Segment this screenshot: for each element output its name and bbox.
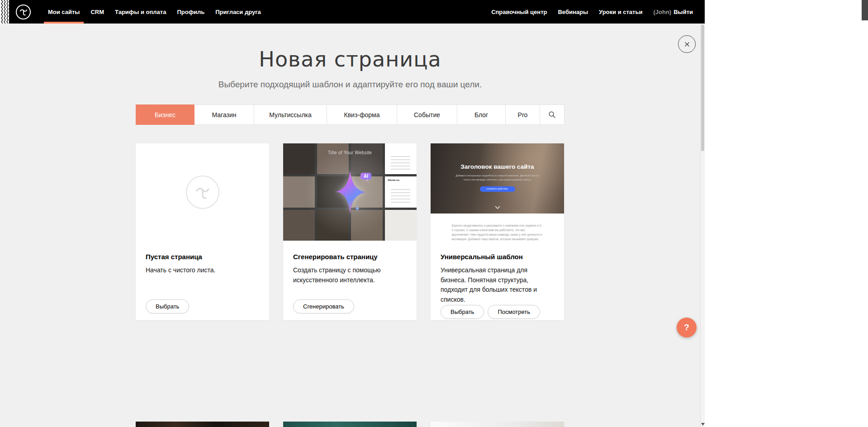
template-grid: Пустая страница Начать с чистого листа. … (136, 143, 564, 320)
tab-multilink[interactable]: Мультиссылка (254, 105, 327, 124)
window-scrollbar-thumb[interactable] (862, 0, 868, 20)
logout-link[interactable]: (John) Выйти (648, 0, 698, 24)
nav-webinars[interactable]: Вебинары (552, 0, 593, 24)
scrollbar-down-arrow-icon[interactable] (701, 423, 705, 426)
logout-label: Выйти (674, 9, 693, 15)
nav-my-sites[interactable]: Мои сайты (43, 0, 85, 24)
tab-pro[interactable]: Pro (506, 105, 540, 124)
card-description: Создать страницу с помощью искусственног… (293, 266, 407, 285)
close-icon (684, 41, 690, 47)
blank-preview (136, 143, 269, 241)
ai-sparkle-icon (283, 143, 417, 241)
template-card-partial-teal[interactable] (283, 422, 417, 427)
select-blank-button[interactable]: Выбрать (146, 299, 189, 313)
nav-tariffs[interactable]: Тарифы и оплата (109, 0, 171, 24)
new-page-dialog: Новая страница Выберите подходящий шабло… (0, 24, 700, 427)
preview-hero: Заголовок вашего сайта Добавьте интересн… (431, 143, 564, 214)
page-scrollbar[interactable] (700, 24, 705, 427)
template-card-partial-dark[interactable] (136, 422, 269, 427)
scrollbar-thumb[interactable] (701, 24, 704, 151)
user-name: (John) (653, 9, 671, 15)
template-card-ai-generate[interactable]: About us Title of Your Website (283, 143, 417, 320)
tab-quiz-form[interactable]: Квиз-форма (327, 105, 397, 124)
tab-business[interactable]: Бизнес (136, 104, 194, 125)
tilda-logo-icon[interactable] (16, 5, 31, 19)
card-description: Начать с чистого листа. (146, 266, 259, 275)
close-button[interactable] (678, 35, 696, 53)
nav-crm[interactable]: CRM (85, 0, 109, 24)
preview-hero-subtitle: Добавьте интересные подробности о вашей … (455, 174, 541, 182)
ai-badge: AI (360, 173, 371, 180)
generate-button[interactable]: Сгенерировать (293, 299, 354, 313)
view-universal-button[interactable]: Посмотреть (488, 305, 540, 319)
zigzag-decoration (0, 0, 9, 24)
tilda-app-window: Мои сайты CRM Тарифы и оплата Профиль Пр… (0, 0, 705, 427)
template-grid-row2 (136, 422, 564, 427)
tab-event[interactable]: Событие (397, 105, 457, 124)
template-category-tabs: Бизнес Магазин Мультиссылка Квиз-форма С… (136, 104, 564, 125)
nav-profile[interactable]: Профиль (171, 0, 210, 24)
nav-webinars-label: Вебинары (558, 9, 588, 15)
nav-my-sites-label: Мои сайты (48, 9, 80, 15)
top-navbar: Мои сайты CRM Тарифы и оплата Профиль Пр… (0, 0, 705, 24)
preview-paragraph: Коротко представьтесь и расскажите о ком… (452, 223, 543, 241)
secondary-navigation: Справочный центр Вебинары Уроки и статьи… (486, 0, 698, 24)
primary-navigation: Мои сайты CRM Тарифы и оплата Профиль Пр… (43, 0, 266, 24)
tab-search[interactable] (540, 105, 564, 124)
tab-blog[interactable]: Блог (457, 105, 506, 124)
preview-text-section: Коротко представьтесь и расскажите о ком… (431, 214, 564, 241)
template-card-partial-light[interactable] (431, 422, 564, 427)
nav-profile-label: Профиль (177, 9, 204, 15)
page-subtitle: Выберите подходящий шаблон и адаптируйте… (136, 80, 564, 90)
card-title: Пустая страница (146, 253, 259, 261)
card-title: Сгенерировать страницу (293, 253, 407, 261)
nav-tariffs-label: Тарифы и оплата (115, 9, 166, 15)
nav-invite-friend-label: Пригласи друга (215, 9, 261, 15)
nav-help-center[interactable]: Справочный центр (486, 0, 552, 24)
preview-hero-button: основное действие (480, 186, 515, 192)
card-description: Универсальная страница для бизнеса. Поня… (441, 266, 554, 305)
select-universal-button[interactable]: Выбрать (441, 305, 484, 319)
universal-preview: Заголовок вашего сайта Добавьте интересн… (431, 143, 564, 241)
template-card-blank[interactable]: Пустая страница Начать с чистого листа. … (136, 143, 269, 320)
card-title: Универсальный шаблон (441, 253, 554, 261)
nav-help-center-label: Справочный центр (491, 9, 547, 15)
tilda-watermark-icon (186, 176, 219, 209)
page-title: Новая страница (136, 49, 564, 70)
preview-hero-title: Заголовок вашего сайта (460, 163, 534, 170)
nav-crm-label: CRM (90, 9, 104, 15)
nav-invite-friend[interactable]: Пригласи друга (210, 0, 266, 24)
help-button[interactable]: ? (677, 318, 697, 337)
chevron-down-icon (495, 203, 500, 211)
nav-lessons-label: Уроки и статьи (599, 9, 642, 15)
template-card-universal[interactable]: Заголовок вашего сайта Добавьте интересн… (431, 143, 564, 320)
tab-shop[interactable]: Магазин (194, 105, 254, 124)
search-icon (548, 111, 556, 119)
ai-preview: About us Title of Your Website (283, 143, 417, 241)
nav-lessons[interactable]: Уроки и статьи (593, 0, 648, 24)
